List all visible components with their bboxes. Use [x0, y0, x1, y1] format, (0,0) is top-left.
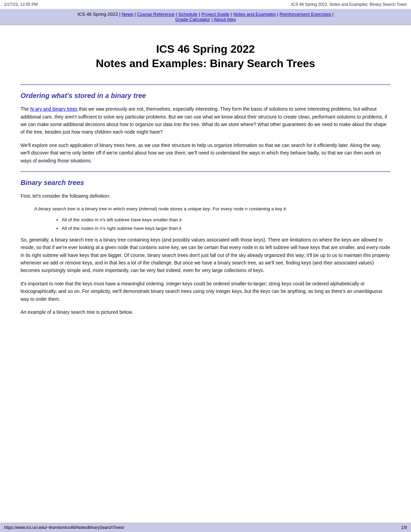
site-title: ICS 46 Spring 2022: [77, 12, 118, 17]
nav-link-notes-examples[interactable]: Notes and Examples: [233, 12, 276, 17]
nav-link-course-reference[interactable]: Course Reference: [137, 12, 175, 17]
browser-bar: 2/27/23, 12:05 PM ICS 46 Spring 2022, No…: [0, 0, 411, 9]
footer-url: https://www.ics.uci.edu/~thornton/ics46/…: [4, 525, 124, 530]
nav-link-news[interactable]: News: [122, 12, 133, 17]
term-n: n: [245, 206, 248, 211]
bst-bullet-2: All of the nodes in n's right subtree ha…: [62, 224, 390, 233]
term-key: key: [203, 206, 210, 211]
bst-definition-text: A binary search tree is a binary tree in…: [34, 205, 390, 213]
page-title: ICS 46 Spring 2022 Notes and Examples: B…: [21, 42, 390, 71]
footer-bar: https://www.ics.uci.edu/~thornton/ics46/…: [0, 523, 411, 532]
main-content: ICS 46 Spring 2022 Notes and Examples: B…: [0, 25, 411, 342]
bst-definition: A binary search tree is a binary tree in…: [34, 205, 390, 233]
section1-divider: [21, 171, 390, 172]
browser-timestamp: 2/27/23, 12:05 PM: [4, 2, 38, 7]
nav-link-about-alex[interactable]: About Alex: [214, 17, 236, 22]
ordering-paragraph-1: The N-ary and binary trees that we saw p…: [21, 105, 390, 136]
bst-paragraph-3: An example of a binary search tree is pi…: [21, 308, 390, 316]
nav-link-schedule[interactable]: Schedule: [178, 12, 198, 17]
bst-intro: First, let's consider the following defi…: [21, 192, 390, 200]
term-binary-search-tree: binary search tree: [38, 206, 75, 211]
page-title-area: ICS 46 Spring 2022 Notes and Examples: B…: [21, 32, 390, 77]
n-ary-binary-trees-link[interactable]: N-ary and binary trees: [30, 106, 78, 112]
footer-page-indicator: 1/9: [401, 525, 407, 530]
browser-tab-title: ICS 46 Spring 2022, Notes and Examples: …: [291, 2, 407, 7]
term-k: k: [284, 206, 286, 211]
section-bst-heading: Binary search trees: [21, 179, 390, 187]
nav-link-grade-calculator[interactable]: Grade Calculator: [175, 17, 210, 22]
section-ordering-heading: Ordering what's stored in a binary tree: [21, 92, 390, 100]
title-divider: [21, 84, 390, 85]
bst-bullet-list: All of the nodes in n's left subtree hav…: [62, 216, 390, 233]
ordering-paragraph-2: We'll explore one such application of bi…: [21, 141, 390, 164]
bst-paragraph-2: It's important to note that the keys mus…: [21, 280, 390, 303]
section-ordering: Ordering what's stored in a binary tree …: [21, 92, 390, 164]
bst-paragraph-1: So, generally, a binary search tree is a…: [21, 236, 390, 274]
nav-link-project-guide[interactable]: Project Guide: [201, 12, 229, 17]
section-bst: Binary search trees First, let's conside…: [21, 179, 390, 316]
nav-bar: ICS 46 Spring 2022 | News | Course Refer…: [0, 9, 411, 25]
bst-bullet-1: All of the nodes in n's left subtree hav…: [62, 216, 390, 224]
nav-link-reinforcement[interactable]: Reinforcement Exercises: [279, 12, 331, 17]
